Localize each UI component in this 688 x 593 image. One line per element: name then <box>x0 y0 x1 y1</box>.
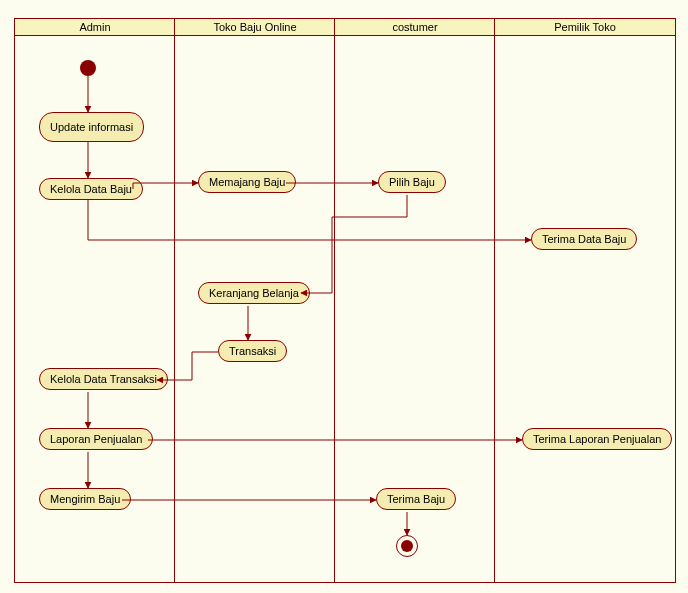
lane-header-customer: costumer <box>335 19 495 36</box>
initial-node <box>80 60 96 76</box>
node-mengirim-baju: Mengirim Baju <box>39 488 131 510</box>
node-transaksi: Transaksi <box>218 340 287 362</box>
node-kelola-data-baju: Kelola Data Baju <box>39 178 143 200</box>
node-terima-laporan-penjualan: Terima Laporan Penjualan <box>522 428 672 450</box>
node-terima-data-baju: Terima Data Baju <box>531 228 637 250</box>
node-memajang-baju: Memajang Baju <box>198 171 296 193</box>
node-laporan-penjualan: Laporan Penjualan <box>39 428 153 450</box>
lane-owner: Pemilik Toko <box>494 18 676 583</box>
node-kelola-data-transaksi: Kelola Data Transaksi <box>39 368 168 390</box>
lane-header-admin: Admin <box>15 19 175 36</box>
node-pilih-baju: Pilih Baju <box>378 171 446 193</box>
lane-header-owner: Pemilik Toko <box>495 19 675 36</box>
final-node <box>396 535 418 557</box>
diagram-canvas: Admin Toko Baju Online costumer Pemilik … <box>0 0 688 593</box>
node-terima-baju: Terima Baju <box>376 488 456 510</box>
lane-header-shop: Toko Baju Online <box>175 19 335 36</box>
node-keranjang-belanja: Keranjang Belanja <box>198 282 310 304</box>
node-update-informasi: Update informasi <box>39 112 144 142</box>
final-node-inner <box>401 540 413 552</box>
